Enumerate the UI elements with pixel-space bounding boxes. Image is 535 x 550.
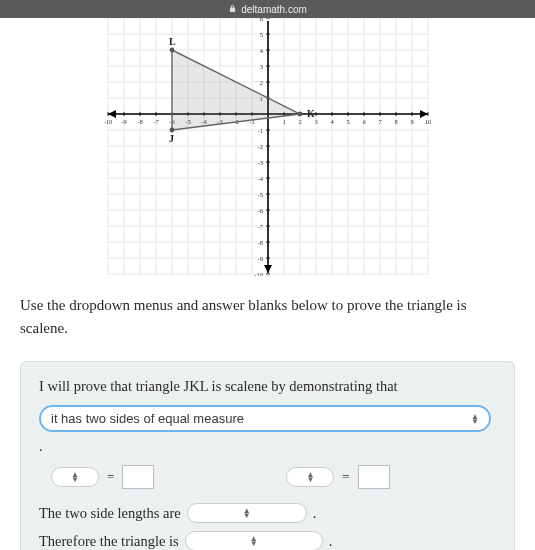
svg-text:-9: -9	[121, 118, 126, 125]
svg-marker-40	[108, 110, 116, 118]
chevron-updown-icon: ▲▼	[71, 472, 79, 482]
svg-point-118	[169, 48, 174, 53]
svg-text:-5: -5	[257, 191, 262, 198]
line3-prefix: Therefore the triangle is	[39, 533, 179, 550]
svg-text:L: L	[169, 36, 176, 47]
period: .	[329, 533, 333, 550]
chevron-updown-icon: ▲▼	[250, 536, 258, 546]
svg-text:10: 10	[424, 118, 431, 125]
chevron-updown-icon: ▲▼	[243, 508, 251, 518]
svg-text:1: 1	[282, 118, 285, 125]
side1-dropdown[interactable]: ▲▼	[51, 467, 99, 487]
svg-text:8: 8	[394, 118, 397, 125]
svg-point-116	[169, 128, 174, 133]
side2-dropdown[interactable]: ▲▼	[286, 467, 334, 487]
relation-dropdown[interactable]: ▲▼	[187, 503, 307, 523]
svg-text:-8: -8	[137, 118, 142, 125]
svg-text:-9: -9	[257, 255, 262, 262]
svg-text:-8: -8	[257, 239, 262, 246]
svg-text:-1: -1	[257, 127, 262, 134]
svg-text:-6: -6	[257, 207, 263, 214]
svg-text:-3: -3	[257, 159, 262, 166]
lock-icon	[228, 4, 237, 15]
svg-text:-4: -4	[257, 175, 263, 182]
method-dropdown-label: it has two sides of equal measure	[51, 411, 244, 426]
answer-box: I will prove that triangle JKL is scalen…	[20, 361, 515, 550]
svg-text:3: 3	[259, 63, 262, 70]
chevron-updown-icon: ▲▼	[471, 414, 479, 424]
svg-text:K: K	[307, 108, 315, 119]
svg-text:6: 6	[362, 118, 366, 125]
instruction-text: Use the dropdown menus and answer blanks…	[20, 294, 515, 339]
equals-sign: =	[342, 469, 349, 485]
side2-value-input[interactable]	[358, 465, 390, 489]
side1-value-input[interactable]	[122, 465, 154, 489]
line2-prefix: The two side lengths are	[39, 505, 181, 522]
svg-text:7: 7	[378, 118, 382, 125]
svg-marker-42	[264, 265, 272, 273]
conclusion-dropdown[interactable]: ▲▼	[185, 531, 323, 550]
svg-text:-7: -7	[153, 118, 159, 125]
svg-text:9: 9	[410, 118, 413, 125]
url-host: deltamath.com	[241, 4, 307, 15]
equals-sign: =	[107, 469, 114, 485]
svg-text:-10: -10	[254, 271, 263, 277]
svg-text:4: 4	[330, 118, 334, 125]
period: .	[313, 505, 317, 522]
svg-point-117	[297, 112, 302, 117]
svg-text:2: 2	[298, 118, 301, 125]
method-dropdown[interactable]: it has two sides of equal measure ▲▼	[39, 405, 491, 432]
svg-text:J: J	[169, 133, 174, 144]
svg-marker-39	[420, 110, 428, 118]
svg-text:5: 5	[259, 31, 262, 38]
svg-text:-2: -2	[257, 143, 262, 150]
svg-text:-10: -10	[103, 118, 112, 125]
svg-text:3: 3	[314, 118, 317, 125]
svg-text:2: 2	[259, 79, 262, 86]
coordinate-graph: -10-9-8-7-6-5-4-3-2-112345678910 -10-9-8…	[20, 18, 515, 276]
svg-text:-7: -7	[257, 223, 263, 230]
period: .	[39, 438, 43, 455]
svg-text:6: 6	[259, 18, 263, 22]
proof-lead: I will prove that triangle JKL is scalen…	[39, 378, 398, 395]
svg-text:5: 5	[346, 118, 349, 125]
url-bar: deltamath.com	[0, 0, 535, 18]
chevron-updown-icon: ▲▼	[306, 472, 314, 482]
